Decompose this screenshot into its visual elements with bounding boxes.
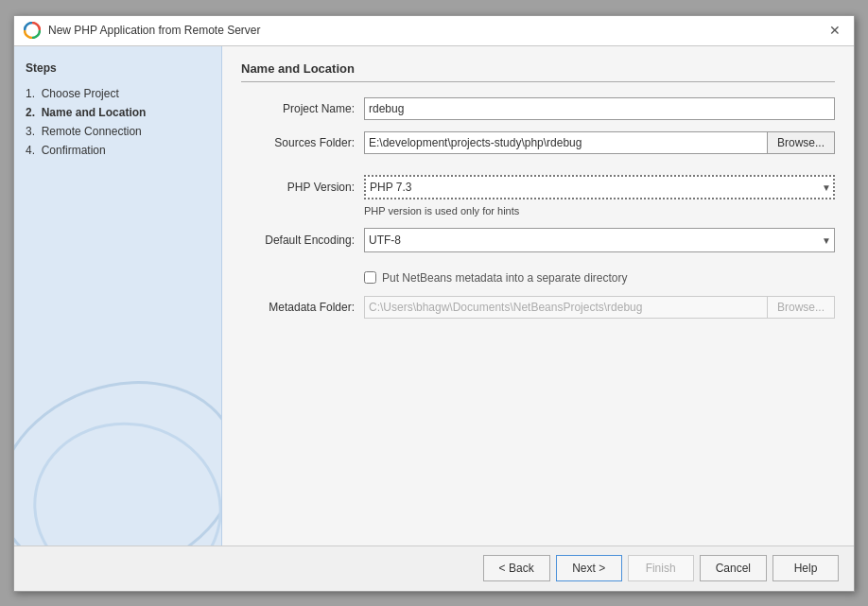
spacer-2 [241,264,835,271]
back-button[interactable]: < Back [483,555,550,581]
steps-panel: Steps 1. Choose Project 2. Name and Loca… [14,46,222,545]
metadata-checkbox-label[interactable]: Put NetBeans metadata into a separate di… [382,271,627,285]
metadata-checkbox[interactable] [364,271,376,284]
sources-folder-field-group: Browse... [364,131,835,154]
finish-button: Finish [628,555,694,581]
help-button[interactable]: Help [773,555,839,581]
watermark [14,356,221,545]
bottom-bar: < Back Next > Finish Cancel Help [14,545,854,591]
section-title: Name and Location [241,61,835,82]
sources-folder-row: Sources Folder: Browse... [241,131,835,154]
dialog-title: New PHP Application from Remote Server [48,24,261,37]
php-version-hint: PHP version is used only for hints [364,205,835,216]
sources-folder-label: Sources Folder: [241,136,364,149]
next-button[interactable]: Next > [556,555,622,581]
php-version-label: PHP Version: [241,181,364,194]
php-version-select-wrapper: PHP 5.4 PHP 5.5 PHP 5.6 PHP 7.0 PHP 7.1 … [364,175,835,199]
default-encoding-select[interactable]: UTF-8 UTF-16 ISO-8859-1 Windows-1252 [364,228,835,252]
metadata-folder-browse-button: Browse... [768,296,835,319]
php-version-select[interactable]: PHP 5.4 PHP 5.5 PHP 5.6 PHP 7.0 PHP 7.1 … [364,175,835,199]
php-version-row: PHP Version: PHP 5.4 PHP 5.5 PHP 5.6 PHP… [241,175,835,199]
title-bar-left: New PHP Application from Remote Server [24,22,261,39]
steps-list: 1. Choose Project 2. Name and Location 3… [26,84,210,160]
metadata-folder-label: Metadata Folder: [241,301,364,314]
sources-folder-input[interactable] [364,131,768,154]
project-name-row: Project Name: [241,97,835,120]
default-encoding-label: Default Encoding: [241,234,364,247]
step-1: 1. Choose Project [26,84,210,103]
step-4: 4. Confirmation [26,141,210,160]
sources-folder-browse-button[interactable]: Browse... [768,131,835,154]
form-panel: Name and Location Project Name: Sources … [222,46,854,545]
step-3: 3. Remote Connection [26,122,210,141]
project-name-input[interactable] [364,97,835,120]
project-name-label: Project Name: [241,102,364,115]
steps-heading: Steps [26,61,210,75]
metadata-checkbox-row: Put NetBeans metadata into a separate di… [364,271,835,285]
close-button[interactable]: ✕ [825,21,844,40]
default-encoding-select-wrapper: UTF-8 UTF-16 ISO-8859-1 Windows-1252 ▼ [364,228,835,252]
default-encoding-row: Default Encoding: UTF-8 UTF-16 ISO-8859-… [241,228,835,252]
content-area: Steps 1. Choose Project 2. Name and Loca… [14,46,854,545]
metadata-folder-input [364,296,768,319]
metadata-folder-row: Metadata Folder: Browse... [241,296,835,319]
dialog: New PHP Application from Remote Server ✕… [13,15,855,592]
step-2: 2. Name and Location [26,103,210,122]
spacer-1 [241,165,835,175]
netbeans-icon [24,22,41,39]
title-bar: New PHP Application from Remote Server ✕ [14,16,854,46]
cancel-button[interactable]: Cancel [700,555,767,581]
metadata-folder-field-group: Browse... [364,296,835,319]
